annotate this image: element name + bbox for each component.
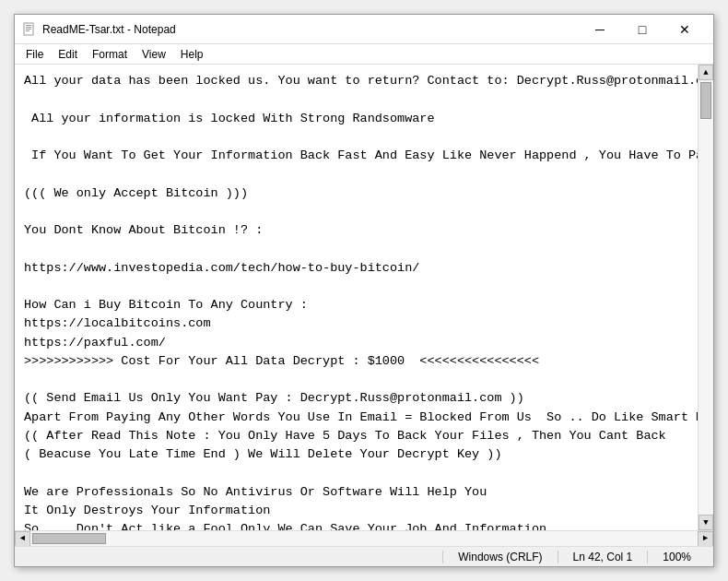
status-bar: Windows (CRLF) Ln 42, Col 1 100% — [15, 546, 713, 566]
scroll-left-button[interactable]: ◄ — [15, 531, 30, 547]
svg-rect-2 — [26, 27, 31, 28]
svg-rect-3 — [26, 29, 31, 30]
menu-format[interactable]: Format — [85, 46, 135, 63]
editor-area: All your data has been locked us. You wa… — [15, 65, 713, 530]
vertical-scrollbar[interactable]: ▲ ▼ — [698, 65, 713, 530]
window-controls: ─ □ ✕ — [579, 18, 706, 41]
scroll-right-button[interactable]: ► — [698, 531, 713, 547]
scroll-up-button[interactable]: ▲ — [699, 65, 713, 80]
maximize-button[interactable]: □ — [621, 18, 663, 41]
window-title: ReadME-Tsar.txt - Notepad — [42, 23, 176, 36]
close-button[interactable]: ✕ — [663, 18, 706, 41]
notepad-window: ReadME-Tsar.txt - Notepad ─ □ ✕ File Edi… — [14, 14, 714, 567]
scroll-track-h[interactable] — [30, 531, 698, 546]
menu-help[interactable]: Help — [173, 46, 211, 63]
minimize-button[interactable]: ─ — [579, 18, 621, 41]
title-bar: ReadME-Tsar.txt - Notepad ─ □ ✕ — [15, 15, 713, 44]
scroll-thumb-v[interactable] — [700, 82, 711, 119]
horizontal-scrollbar[interactable]: ◄ ► — [15, 530, 713, 546]
menu-view[interactable]: View — [135, 46, 173, 63]
status-encoding: Windows (CRLF) — [442, 551, 557, 563]
scroll-track-v[interactable] — [699, 80, 713, 515]
status-zoom: 100% — [647, 551, 706, 563]
svg-rect-1 — [26, 25, 31, 26]
svg-rect-4 — [26, 30, 29, 31]
scroll-down-button[interactable]: ▼ — [699, 515, 713, 530]
title-bar-left: ReadME-Tsar.txt - Notepad — [22, 22, 176, 37]
notepad-icon — [22, 22, 37, 37]
menu-file[interactable]: File — [18, 46, 51, 63]
menu-bar: File Edit Format View Help — [15, 44, 713, 65]
menu-edit[interactable]: Edit — [51, 46, 85, 63]
text-editor[interactable]: All your data has been locked us. You wa… — [15, 65, 698, 530]
scroll-thumb-h[interactable] — [32, 533, 106, 544]
status-line-col: Ln 42, Col 1 — [558, 551, 648, 563]
